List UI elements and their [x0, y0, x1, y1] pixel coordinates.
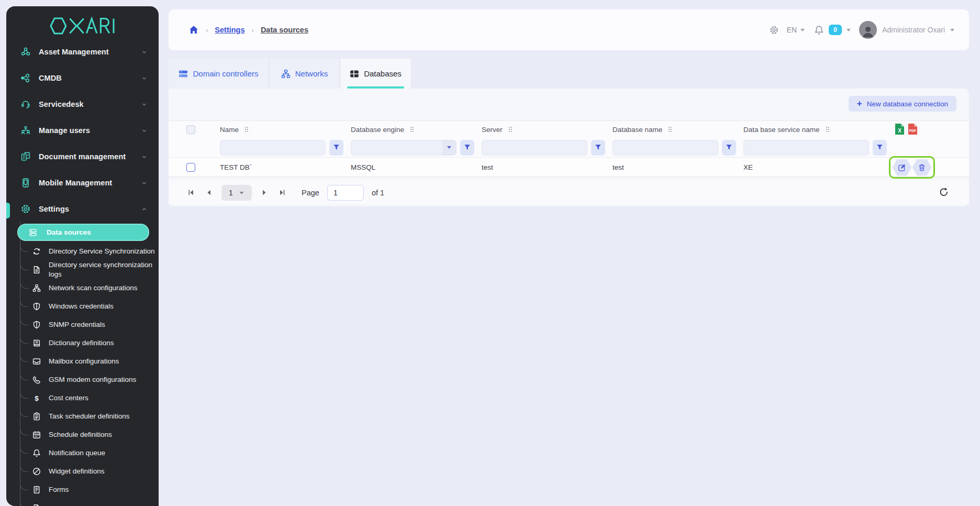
page-number-input[interactable] — [327, 185, 364, 201]
column-menu-icon[interactable] — [507, 126, 514, 133]
name-filter-input[interactable] — [220, 140, 326, 156]
funnel-icon — [333, 144, 340, 151]
sidebar-menu: Asset Management CMDB Servicedesk Manage… — [6, 39, 159, 222]
sidebar-subitem-gsm-modem-configurations[interactable]: GSM modem configurations — [6, 370, 159, 389]
tab-label: Networks — [295, 69, 328, 78]
user-name[interactable]: Administrator Oxari — [882, 26, 945, 34]
column-menu-icon[interactable] — [243, 126, 250, 133]
sidebar-subitem-mailbox-configurations[interactable]: Mailbox configurations — [6, 352, 159, 370]
sidebar-subitem-widget-definitions[interactable]: Widget definitions — [6, 462, 159, 480]
breadcrumb-data-sources[interactable]: Data sources — [261, 26, 308, 34]
sidebar-subitem-notification-queue[interactable]: Notification queue — [6, 444, 159, 462]
sidebar-item-label: Asset Management — [39, 48, 133, 56]
notifications-caret-icon[interactable] — [847, 29, 851, 34]
delete-row-button[interactable] — [912, 159, 932, 176]
sidebar: Asset Management CMDB Servicedesk Manage… — [6, 6, 159, 506]
column-menu-icon[interactable] — [666, 126, 674, 133]
mobile-management-icon — [20, 178, 31, 188]
oxari-logo — [6, 6, 159, 39]
funnel-icon — [876, 144, 883, 151]
column-label: Data base service name — [743, 126, 820, 134]
breadcrumb-settings[interactable]: Settings — [215, 26, 244, 34]
sidebar-item-cmdb[interactable]: CMDB — [6, 65, 159, 91]
data-sources-icon — [29, 228, 37, 237]
export-pdf-icon[interactable]: PDF — [908, 123, 918, 135]
server-filter-input[interactable] — [482, 140, 587, 156]
sidebar-subitem-forms[interactable]: Forms — [6, 480, 159, 499]
tab-domain-controllers[interactable]: Domain controllers — [169, 59, 269, 89]
database-engine-filter-select[interactable] — [351, 140, 456, 156]
sidebar-subitem-cost-centers[interactable]: Cost centers — [6, 389, 159, 407]
page-label: Page — [302, 189, 319, 197]
sidebar-item-servicedesk[interactable]: Servicedesk — [6, 91, 159, 117]
avatar[interactable] — [859, 21, 877, 39]
column-menu-icon[interactable] — [824, 126, 831, 133]
table-header-row: Name Database engine Server Database nam… — [169, 120, 969, 138]
sidebar-item-asset-management[interactable]: Asset Management — [6, 39, 159, 65]
column-label: Server — [482, 126, 503, 134]
last-page-button[interactable] — [278, 189, 286, 196]
next-page-button[interactable] — [260, 189, 268, 196]
sidebar-subitem-directory-sync-logs[interactable]: Directory service synchronization logs — [6, 260, 159, 279]
cmdb-icon — [20, 73, 31, 83]
calendar-icon — [32, 431, 41, 439]
column-menu-icon[interactable] — [408, 126, 416, 133]
sidebar-subitem-task-scheduler-definitions[interactable]: Task scheduler definitions — [6, 407, 159, 425]
refresh-icon[interactable] — [939, 187, 949, 197]
sidebar-subitem-network-scan-configurations[interactable]: Network scan configurations — [6, 279, 159, 297]
sidebar-subitem-dictionary-definitions[interactable]: Dictionary definitions — [6, 334, 159, 352]
person-icon — [860, 24, 876, 39]
service-name-filter-button[interactable] — [873, 140, 887, 156]
sidebar-subitem-partial[interactable] — [6, 499, 159, 506]
page-size-value: 1 — [229, 189, 233, 197]
column-label: Database engine — [351, 126, 404, 134]
tab-databases[interactable]: Databases — [340, 59, 411, 89]
edit-row-button[interactable] — [893, 159, 912, 176]
database-name-filter-button[interactable] — [722, 140, 736, 156]
select-all-checkbox[interactable] — [186, 125, 195, 134]
sidebar-subitem-directory-service-synchronization[interactable]: Directory Service Synchronization — [6, 242, 159, 260]
clipboard-icon — [32, 412, 41, 421]
sidebar-item-mobile-management[interactable]: Mobile Management — [6, 170, 159, 196]
sidebar-item-label: Settings — [39, 205, 133, 213]
sidebar-item-document-management[interactable]: Document management — [6, 144, 159, 170]
database-engine-filter-button[interactable] — [460, 140, 474, 156]
sidebar-subitem-snmp-credentials[interactable]: SNMP credentials — [6, 315, 159, 334]
row-checkbox[interactable] — [186, 163, 195, 172]
cell-database-name: test — [605, 163, 736, 171]
export-buttons: X PDF — [895, 123, 918, 135]
sidebar-item-manage-users[interactable]: Manage users — [6, 117, 159, 144]
first-page-button[interactable] — [187, 189, 195, 196]
tab-label: Databases — [364, 69, 402, 78]
chevron-down-icon — [239, 190, 244, 195]
name-filter-button[interactable] — [329, 140, 343, 156]
export-excel-icon[interactable]: X — [895, 123, 905, 135]
home-icon[interactable] — [188, 25, 199, 35]
table-row[interactable]: TEST DB` MSSQL test test XE — [169, 157, 969, 177]
notifications-bell-icon[interactable] — [814, 25, 824, 35]
previous-page-button[interactable] — [205, 189, 213, 196]
language-selector[interactable]: EN — [787, 26, 797, 34]
gear-icon[interactable] — [769, 25, 779, 35]
subitem-label: SNMP credentials — [49, 320, 105, 329]
language-caret-icon[interactable] — [800, 29, 805, 34]
breadcrumb-separator: › — [252, 26, 254, 34]
sidebar-subitem-windows-credentials[interactable]: Windows credentials — [6, 297, 159, 315]
breadcrumb-separator: › — [206, 26, 208, 34]
page-count-label: of 1 — [372, 189, 384, 197]
cell-database-engine: MSSQL — [343, 163, 474, 171]
sidebar-subitem-data-sources[interactable]: Data sources — [17, 224, 149, 241]
column-header-service-name: Data base service name — [736, 126, 969, 134]
bell-icon — [32, 449, 41, 457]
page-size-dropdown[interactable]: 1 — [221, 185, 252, 201]
filter-cell-service-name — [736, 140, 969, 156]
tab-networks[interactable]: Networks — [269, 59, 340, 89]
database-name-filter-input[interactable] — [612, 140, 718, 156]
new-database-connection-button[interactable]: + New database connection — [849, 96, 956, 112]
sidebar-item-settings[interactable]: Settings — [6, 196, 159, 222]
sidebar-subitem-schedule-definitions[interactable]: Schedule definitions — [6, 425, 159, 444]
server-filter-button[interactable] — [591, 140, 605, 156]
user-menu-caret-icon[interactable] — [950, 29, 954, 34]
service-name-filter-input[interactable] — [743, 140, 869, 156]
chevron-down-icon — [141, 154, 147, 160]
